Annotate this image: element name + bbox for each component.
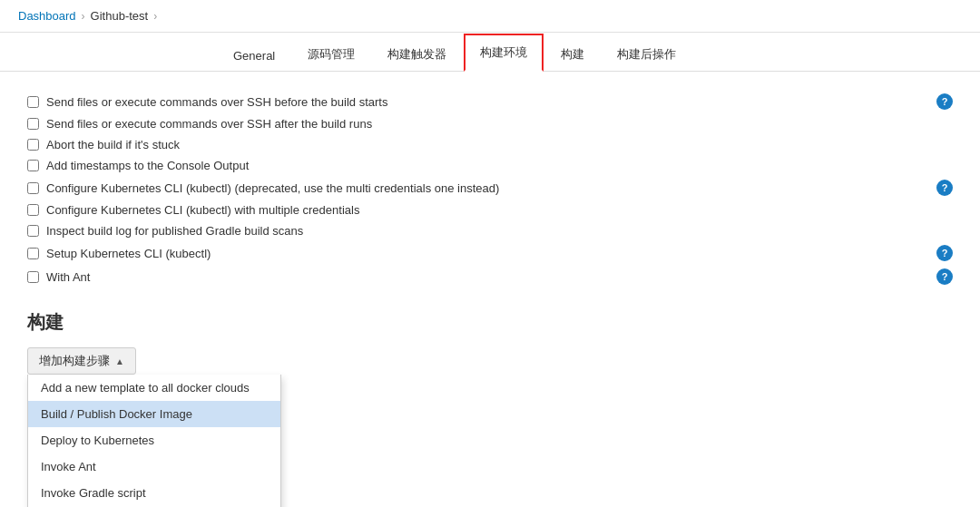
checkbox-row-k8s-deprecated: Configure Kubernetes CLI (kubectl) (depr… [27, 176, 953, 200]
breadcrumb-sep1: › [82, 10, 85, 23]
dropdown-item-build-publish-docker[interactable]: Build / Publish Docker Image [28, 401, 280, 427]
checkbox-timestamps[interactable] [27, 160, 39, 171]
checkbox-label-with-ant: With Ant [46, 270, 90, 284]
checkbox-label-abort-stuck: Abort the build if it's stuck [46, 138, 180, 151]
tab-triggers[interactable]: 构建触发器 [372, 36, 462, 72]
checkbox-ssh-after[interactable] [27, 118, 39, 130]
dropdown-item-docker-template[interactable]: Add a new template to all docker clouds [28, 375, 280, 401]
add-step-dropdown-wrapper: 增加构建步骤 ▲ Add a new template to all docke… [27, 347, 136, 375]
add-step-label: 增加构建步骤 [39, 353, 110, 369]
section-title-build: 构建 [27, 310, 953, 335]
checkbox-label-k8s-setup: Setup Kubernetes CLI (kubectl) [46, 247, 211, 260]
checkbox-label-k8s-multi: Configure Kubernetes CLI (kubectl) with … [46, 203, 359, 217]
dropdown-menu: Add a new template to all docker cloudsB… [27, 375, 281, 507]
help-icon-with-ant[interactable]: ? [936, 268, 953, 285]
breadcrumb-project: Github-test [91, 9, 149, 23]
checkbox-k8s-multi[interactable] [27, 204, 39, 216]
tab-build-env[interactable]: 构建环境 [464, 34, 544, 72]
tab-post-build[interactable]: 构建后操作 [602, 36, 691, 72]
checkbox-row-timestamps: Add timestamps to the Console Output [27, 155, 953, 176]
checkbox-row-k8s-setup: Setup Kubernetes CLI (kubectl)? [27, 241, 953, 265]
breadcrumb-sep2: › [153, 10, 157, 23]
checkbox-abort-stuck[interactable] [27, 139, 39, 151]
checkbox-label-ssh-before: Send files or execute commands over SSH … [46, 95, 387, 109]
checkbox-label-timestamps: Add timestamps to the Console Output [46, 159, 249, 172]
dropdown-item-invoke-ant[interactable]: Invoke Ant [28, 453, 280, 480]
checkbox-row-with-ant: With Ant? [27, 265, 953, 288]
checkbox-ssh-before[interactable] [27, 96, 39, 108]
help-icon-k8s-setup[interactable]: ? [936, 245, 953, 261]
checkbox-gradle-scans[interactable] [27, 225, 39, 237]
main-content: Send files or execute commands over SSH … [0, 72, 980, 507]
add-step-button[interactable]: 增加构建步骤 ▲ [27, 347, 136, 375]
checkbox-k8s-setup[interactable] [27, 248, 39, 259]
checkbox-label-ssh-after: Send files or execute commands over SSH … [46, 117, 372, 131]
checkbox-row-ssh-after: Send files or execute commands over SSH … [27, 113, 953, 134]
checkbox-label-k8s-deprecated: Configure Kubernetes CLI (kubectl) (depr… [46, 181, 499, 195]
checkbox-row-gradle-scans: Inspect build log for published Gradle b… [27, 220, 953, 241]
tab-bar: General源码管理构建触发器构建环境构建构建后操作 [0, 33, 980, 72]
checkbox-row-k8s-multi: Configure Kubernetes CLI (kubectl) with … [27, 200, 953, 220]
help-icon-k8s-deprecated[interactable]: ? [936, 180, 953, 196]
checkbox-list: Send files or execute commands over SSH … [27, 90, 953, 288]
tab-build[interactable]: 构建 [545, 36, 600, 72]
breadcrumb-dashboard[interactable]: Dashboard [18, 9, 76, 23]
checkbox-k8s-deprecated[interactable] [27, 182, 39, 194]
dropdown-item-invoke-gradle[interactable]: Invoke Gradle script [28, 480, 280, 506]
tab-general[interactable]: General [218, 39, 290, 72]
checkbox-row-abort-stuck: Abort the build if it's stuck [27, 134, 953, 155]
caret-icon: ▲ [115, 356, 124, 366]
checkbox-with-ant[interactable] [27, 271, 39, 283]
tab-source[interactable]: 源码管理 [292, 36, 370, 72]
checkbox-row-ssh-before: Send files or execute commands over SSH … [27, 90, 953, 113]
checkbox-label-gradle-scans: Inspect build log for published Gradle b… [46, 224, 303, 238]
breadcrumb-bar: Dashboard › Github-test › [0, 0, 980, 33]
dropdown-item-deploy-k8s[interactable]: Deploy to Kubernetes [28, 427, 280, 453]
help-icon-ssh-before[interactable]: ? [936, 93, 953, 110]
